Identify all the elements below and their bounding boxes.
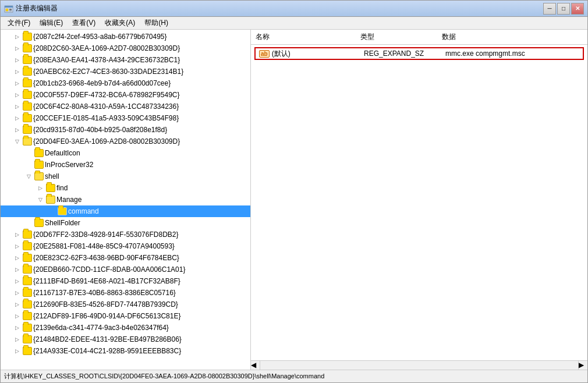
reg-data-cell: mmc.exe compmgmt.msc: [442, 49, 583, 58]
tree-item[interactable]: ▷ {20CCEF1E-0185-41a5-A933-509C43B54F98}: [1, 112, 250, 124]
expand-icon[interactable]: ▷: [12, 90, 22, 100]
tree-item[interactable]: ▷ {20C0F557-D9EF-4732-BC6A-678982F9549C}: [1, 89, 250, 101]
tree-item[interactable]: ▷ {208EA3A0-EA41-4378-A434-29CE36732BC1}: [1, 54, 250, 66]
folder-icon: [23, 44, 32, 52]
expand-icon[interactable]: ▷: [12, 79, 22, 88]
tree-item[interactable]: ▷ {208D2C60-3AEA-1069-A2D7-08002B30309D}: [1, 42, 250, 54]
expand-icon[interactable]: ▷: [12, 55, 22, 65]
expand-icon[interactable]: ▷: [12, 335, 22, 344]
tree-item-label: {20C6F4C2-80A8-4310-A59A-1CC487334236}: [33, 102, 179, 111]
expand-icon[interactable]: ▷: [12, 67, 22, 76]
expand-icon[interactable]: ▷: [12, 311, 22, 321]
scroll-right-btn[interactable]: ▶: [578, 361, 587, 370]
tree-item-label: {20D04FE0-3AEA-1069-A2D8-08002B30309D}: [33, 137, 180, 146]
folder-icon: [23, 33, 32, 41]
expand-icon[interactable]: ▷: [12, 44, 22, 53]
tree-item[interactable]: ▷ {20C6F4C2-80A8-4310-A59A-1CC487334236}: [1, 101, 250, 112]
tree-item[interactable]: ▽ shell: [1, 171, 250, 182]
tree-item-label: {212ADF89-1F86-49D0-914A-DF6C5613C81E}: [33, 312, 180, 320]
tree-item[interactable]: ▷ ShellFolder: [1, 217, 250, 229]
expand-icon[interactable]: ▷: [12, 125, 22, 134]
registry-row[interactable]: ab (默认) REG_EXPAND_SZ mmc.exe compmgmt.m…: [254, 47, 584, 60]
tree-item[interactable]: ▷ {21484BD2-EDEE-4131-92BE-EB497B286B06}: [1, 334, 250, 345]
folder-icon: [46, 196, 55, 204]
menu-edit[interactable]: 编辑(E): [35, 17, 68, 29]
folder-icon: [23, 347, 32, 355]
expand-icon[interactable]: ▷: [12, 346, 22, 356]
tree-item[interactable]: ▷ DefaultIcon: [1, 147, 250, 159]
tree-item-command[interactable]: ▷ command: [1, 205, 250, 217]
tree-item-label: {20CCEF1E-0185-41a5-A933-509C43B54F98}: [33, 114, 179, 122]
expand-icon[interactable]: ▷: [12, 323, 22, 332]
tree-item[interactable]: ▽ {20D04FE0-3AEA-1069-A2D8-08002B30309D}: [1, 136, 250, 147]
regedit-window: 注册表编辑器 ─ □ ✕ 文件(F) 编辑(E) 查看(V) 收藏夹(A) 帮助…: [0, 0, 588, 383]
tree-item-label: ShellFolder: [45, 219, 80, 227]
tree-item-label: {21484BD2-EDEE-4131-92BE-EB497B286B06}: [33, 335, 182, 343]
col-header-type: 类型: [356, 31, 437, 43]
menu-help[interactable]: 帮助(H): [140, 17, 173, 29]
horizontal-scrollbar[interactable]: ◀ ▶: [251, 360, 587, 370]
tree-item[interactable]: ▽ Manage: [1, 194, 250, 205]
expand-icon[interactable]: ▽: [24, 172, 33, 181]
minimize-button[interactable]: ─: [543, 3, 556, 15]
tree-item[interactable]: ▷ {212ADF89-1F86-49D0-914A-DF6C5613C81E}: [1, 310, 250, 322]
svg-rect-2: [6, 9, 8, 11]
tree-item[interactable]: ▷ {214A933E-C014-4C21-928B-9591EEEBB83C}: [1, 345, 250, 357]
tree-item-label: DefaultIcon: [45, 149, 80, 157]
tree-item[interactable]: ▷ {20b1cb23-6968-4eb9-b7d4-a66d00d07cee}: [1, 77, 250, 89]
expand-icon[interactable]: ▷: [12, 242, 22, 251]
expand-icon[interactable]: ▽: [36, 195, 45, 204]
tree-item[interactable]: ▷ {2139e6da-c341-4774-9ac3-b4e026347f64}: [1, 322, 250, 334]
tree-item-label: {21167137-B7E3-40B6-8863-8386E8C05716}: [33, 289, 176, 297]
folder-icon: [23, 102, 32, 111]
scroll-left-btn[interactable]: ◀: [251, 361, 260, 370]
folder-icon: [23, 68, 32, 76]
restore-button[interactable]: □: [557, 3, 570, 15]
folder-icon: [23, 300, 32, 308]
tree-item[interactable]: ▷ {20E823C2-62F3-4638-96BD-90F4F6784EBC}: [1, 252, 250, 264]
title-bar: 注册表编辑器 ─ □ ✕: [1, 1, 587, 17]
expand-icon[interactable]: ▷: [12, 265, 22, 274]
tree-item[interactable]: ▷ {20EDB660-7CDD-11CF-8DAB-00AA006C1A01}: [1, 264, 250, 275]
tree-item[interactable]: ▷ InProcServer32: [1, 159, 250, 171]
tree-item[interactable]: ▷ find: [1, 182, 250, 194]
menu-file[interactable]: 文件(F): [3, 17, 35, 29]
column-headers: 名称 类型 数据: [251, 30, 587, 45]
tree-item-label: {20cd9315-87d0-40b4-b925-0a8f208e1f8d}: [33, 126, 167, 134]
expand-icon[interactable]: ▷: [12, 300, 22, 309]
folder-icon: [23, 242, 32, 250]
expand-icon[interactable]: ▷: [12, 288, 22, 297]
expand-icon[interactable]: ▽: [12, 137, 22, 146]
expand-icon[interactable]: ▷: [12, 114, 22, 123]
folder-icon: [34, 149, 44, 157]
expand-icon[interactable]: ▷: [12, 32, 22, 41]
tree-item[interactable]: ▷ {2111BF4D-B691-4E68-A021-4B17CF32AB8F}: [1, 275, 250, 287]
menu-view[interactable]: 查看(V): [68, 17, 100, 29]
right-panel: 名称 类型 数据 ab (默认) REG_EXPAND_SZ mmc.exe c…: [251, 30, 587, 370]
reg-type-cell: REG_EXPAND_SZ: [360, 49, 442, 58]
tree-panel[interactable]: ▷ {2087c2f4-2cef-4953-a8ab-66779b670495}…: [1, 30, 251, 370]
expand-icon[interactable]: ▷: [12, 230, 22, 239]
main-content: ▷ {2087c2f4-2cef-4953-a8ab-66779b670495}…: [1, 30, 587, 370]
tree-item[interactable]: ▷ {21167137-B7E3-40B6-8863-8386E8C05716}: [1, 287, 250, 299]
tree-item-label: {212690FB-83E5-4526-8FD7-74478B7939CD}: [33, 300, 178, 308]
close-button[interactable]: ✕: [571, 3, 584, 15]
tree-item[interactable]: ▷ {20AEBC62-E2C7-4CE3-8630-33DADE2314B1}: [1, 66, 250, 77]
tree-item-label: {208EA3A0-EA41-4378-A434-29CE36732BC1}: [33, 56, 180, 64]
tree-item[interactable]: ▷ {20cd9315-87d0-40b4-b925-0a8f208e1f8d}: [1, 124, 250, 136]
expand-icon[interactable]: ▷: [36, 183, 45, 193]
expand-icon[interactable]: ▷: [12, 253, 22, 263]
expand-icon[interactable]: ▷: [12, 102, 22, 111]
menu-favorites[interactable]: 收藏夹(A): [100, 17, 140, 29]
expand-icon[interactable]: ▷: [12, 276, 22, 286]
folder-icon: [34, 161, 44, 169]
tree-item[interactable]: ▷ {212690FB-83E5-4526-8FD7-74478B7939CD}: [1, 299, 250, 310]
folder-icon: [23, 230, 32, 239]
folder-icon: [23, 91, 32, 99]
tree-item-label: {20b1cb23-6968-4eb9-b7d4-a66d00d07cee}: [33, 79, 171, 87]
tree-item-label: command: [68, 207, 99, 215]
folder-icon: [23, 324, 32, 332]
tree-item[interactable]: ▷ {20D67FF2-33D8-4928-914F-553076FD8DB2}: [1, 229, 250, 240]
tree-item[interactable]: ▷ {20E25881-F081-448e-85C9-4707A9400593}: [1, 240, 250, 252]
tree-item[interactable]: ▷ {2087c2f4-2cef-4953-a8ab-66779b670495}: [1, 31, 250, 42]
